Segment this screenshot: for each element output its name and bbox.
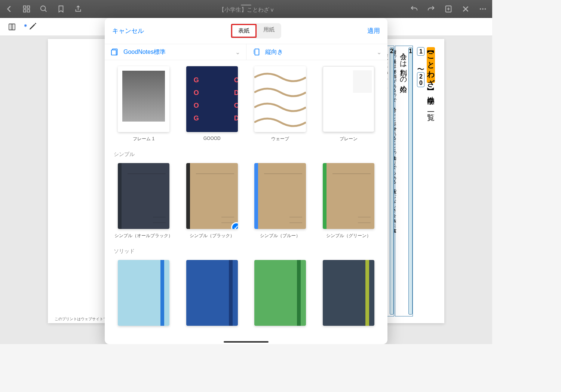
- chevron-down-icon: ⌄: [235, 49, 240, 56]
- svg-rect-3: [27, 10, 30, 12]
- svg-rect-1: [27, 6, 30, 8]
- template-item[interactable]: [317, 260, 380, 326]
- topbar-left: [4, 4, 83, 14]
- share-icon[interactable]: [73, 4, 83, 14]
- tab-cover-highlight: 表紙: [231, 24, 257, 38]
- svg-point-4: [41, 6, 46, 11]
- template-label: フレーム 1: [133, 136, 154, 142]
- template-preview: [254, 163, 306, 229]
- template-label: GOOOD: [203, 136, 221, 141]
- template-item[interactable]: シンプル（グリーン）: [317, 163, 380, 239]
- svg-line-5: [45, 10, 47, 12]
- back-icon[interactable]: [4, 4, 14, 14]
- template-preview: [323, 163, 374, 229]
- close-icon[interactable]: [461, 4, 470, 14]
- filter-template-set[interactable]: GoodNotes標準 ⌄: [105, 44, 246, 60]
- template-set-icon: [111, 48, 119, 56]
- template-item[interactable]: シンプル（ブルー）: [249, 163, 312, 239]
- svg-point-12: [482, 8, 484, 10]
- filter-template-label: GoodNotes標準: [123, 48, 166, 56]
- modal-body[interactable]: フレーム 1 GOOOD ウェーブ プレーン シンプル シンプル（オールブラック…: [105, 60, 387, 344]
- document-title-text: 【小学生】ことわざ v: [219, 6, 274, 13]
- filter-orientation-label: 縦向き: [265, 48, 283, 56]
- template-preview: [118, 260, 169, 326]
- template-preview: [186, 66, 238, 132]
- template-item[interactable]: [181, 260, 244, 326]
- apply-button[interactable]: 適用: [367, 27, 380, 35]
- tab-cover[interactable]: 表紙: [232, 25, 255, 37]
- chevron-down-icon: ⌄: [377, 49, 381, 56]
- template-label: プレーン: [340, 136, 358, 142]
- template-label: シンプル（グリーン）: [326, 233, 371, 239]
- template-preview: [254, 66, 306, 132]
- template-item[interactable]: GOOOD: [181, 66, 244, 142]
- template-label: シンプル（ブラック）: [190, 233, 234, 239]
- drag-handle-icon: [241, 4, 251, 6]
- more-icon[interactable]: [478, 4, 488, 14]
- template-item[interactable]: [249, 260, 312, 326]
- svg-rect-18: [255, 49, 259, 55]
- redo-icon[interactable]: [426, 4, 436, 14]
- cover-picker-modal: キャンセル 表紙 用紙 適用 GoodNotes標準 ⌄ 縦向き ⌄: [105, 18, 387, 344]
- templates-simple: シンプル（オールブラック）✓ シンプル（ブラック） シンプル（ブルー） シンプル…: [112, 163, 380, 239]
- template-preview: [186, 260, 238, 326]
- modal-header: キャンセル 表紙 用紙 適用: [105, 18, 387, 44]
- templates-featured: フレーム 1 GOOOD ウェーブ プレーン: [112, 66, 380, 142]
- add-page-icon[interactable]: [444, 4, 453, 14]
- topbar-title: 【小学生】ことわざ v: [219, 4, 274, 13]
- template-preview: ✓: [186, 163, 238, 229]
- template-item[interactable]: ✓ シンプル（ブラック）: [181, 163, 244, 239]
- template-preview: [254, 260, 306, 326]
- search-icon[interactable]: [39, 4, 49, 14]
- grid-icon[interactable]: [22, 4, 31, 14]
- svg-rect-0: [24, 6, 26, 8]
- template-item[interactable]: [112, 260, 175, 326]
- template-item[interactable]: シンプル（オールブラック）: [112, 163, 175, 239]
- svg-point-13: [485, 8, 486, 10]
- selected-check-icon: ✓: [231, 222, 238, 229]
- templates-solid: [112, 260, 380, 326]
- home-indicator: [224, 341, 269, 343]
- orientation-icon: [252, 48, 261, 56]
- svg-rect-2: [24, 10, 26, 12]
- topbar-right: [409, 4, 488, 14]
- template-preview: [118, 163, 169, 229]
- svg-rect-17: [111, 50, 116, 55]
- tab-paper[interactable]: 用紙: [257, 24, 280, 38]
- modal-tabs: 表紙 用紙: [230, 23, 281, 39]
- template-label: ウェーブ: [271, 136, 289, 142]
- undo-icon[interactable]: [409, 4, 419, 14]
- template-preview: [323, 66, 374, 132]
- template-preview: [118, 66, 169, 132]
- template-preview: [323, 260, 374, 326]
- svg-point-11: [480, 8, 481, 10]
- cancel-button[interactable]: キャンセル: [112, 27, 144, 35]
- template-item[interactable]: ウェーブ: [249, 66, 312, 142]
- template-label: シンプル（オールブラック）: [114, 233, 173, 239]
- template-item[interactable]: フレーム 1: [112, 66, 175, 142]
- modal-filters: GoodNotes標準 ⌄ 縦向き ⌄: [105, 44, 387, 60]
- filter-orientation[interactable]: 縦向き ⌄: [246, 44, 388, 60]
- modal-backdrop: キャンセル 表紙 用紙 適用 GoodNotes標準 ⌄ 縦向き ⌄: [0, 13, 492, 344]
- template-label: シンプル（ブルー）: [260, 233, 300, 239]
- template-item[interactable]: プレーン: [317, 66, 380, 142]
- section-solid-title: ソリッド: [114, 248, 380, 255]
- section-simple-title: シンプル: [114, 151, 380, 158]
- bookmark-icon[interactable]: [56, 4, 66, 14]
